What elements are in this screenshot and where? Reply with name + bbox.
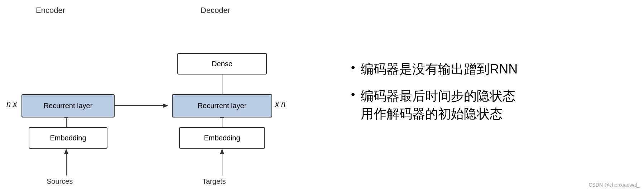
watermark: CSDN @chenxiaowal_ (588, 182, 640, 188)
nx-label: n x (6, 100, 17, 109)
encoder-recurrent-box: Recurrent layer (21, 94, 115, 117)
bullet-text-1: 编码器是没有输出蹭到RNN (361, 60, 518, 78)
svg-marker-5 (220, 149, 224, 154)
encoder-sources-label: Sources (47, 177, 73, 186)
bullet-item-2: • 编码器最后时间步的隐状态 用作解码器的初始隐状态 (351, 87, 630, 123)
bullet-text-2: 编码器最后时间步的隐状态 用作解码器的初始隐状态 (361, 87, 515, 123)
xn-label: x n (275, 100, 285, 109)
decoder-recurrent-box: Recurrent layer (172, 94, 272, 117)
decoder-title: Decoder (201, 6, 230, 15)
svg-marker-11 (163, 104, 168, 108)
bullet-dot-1: • (351, 62, 355, 73)
decoder-dense-box: Dense (177, 53, 267, 75)
svg-marker-1 (64, 149, 68, 154)
encoder-embedding-box: Embedding (29, 127, 107, 149)
bullet-item-1: • 编码器是没有输出蹭到RNN (351, 60, 630, 78)
diagram-section: Encoder Recurrent layer Embedding Source… (0, 0, 344, 192)
decoder-targets-label: Targets (202, 177, 226, 186)
decoder-embedding-box: Embedding (179, 127, 265, 149)
bullet-dot-2: • (351, 88, 355, 100)
main-container: Encoder Recurrent layer Embedding Source… (0, 0, 644, 192)
encoder-title: Encoder (36, 6, 65, 15)
text-section: • 编码器是没有输出蹭到RNN • 编码器最后时间步的隐状态 用作解码器的初始隐… (344, 0, 644, 192)
